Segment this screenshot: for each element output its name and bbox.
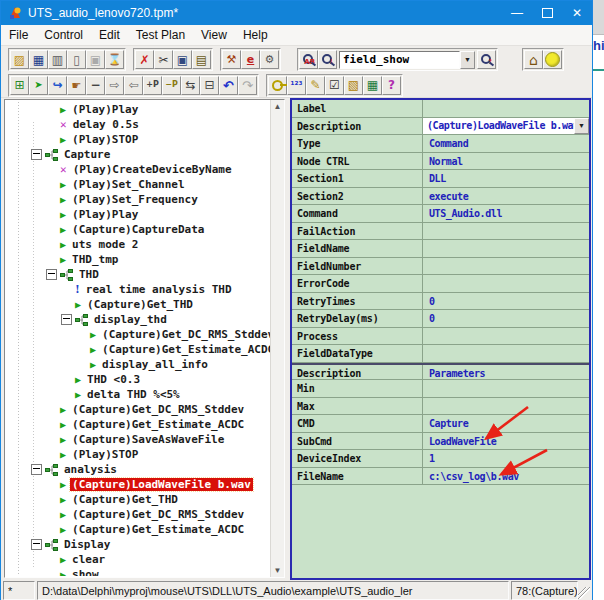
tree-item[interactable]: ▶(Capture)Get_Estimate_ACDC (6, 417, 270, 432)
swap-param-button[interactable] (181, 76, 200, 95)
add-param-button[interactable] (143, 76, 162, 95)
property-value[interactable]: UTS_Audio.dll (423, 205, 589, 222)
tree-item[interactable]: ▶(Play)Play (6, 102, 270, 117)
redo-button[interactable] (238, 76, 257, 95)
delete-button[interactable] (135, 50, 154, 69)
property-value[interactable] (423, 223, 589, 240)
menu-edit[interactable]: Edit (91, 26, 128, 44)
build-tools-button[interactable] (222, 50, 241, 69)
property-value[interactable]: Parameters (423, 365, 589, 380)
scroll-up-button[interactable]: ▲ (271, 100, 284, 113)
property-value[interactable]: 1 (423, 450, 589, 467)
new-report-button[interactable] (67, 50, 86, 69)
remove-node-button[interactable] (86, 76, 105, 95)
tree-item[interactable]: ▶(Capture)SaveAsWaveFile (6, 432, 270, 447)
property-value[interactable]: c:\csv_log\b.wav (423, 468, 589, 485)
tree-item[interactable]: ▶display_all_info (6, 357, 270, 372)
property-value[interactable]: Normal (423, 153, 589, 170)
edit-filter-button[interactable] (306, 76, 325, 95)
key-button[interactable] (268, 76, 287, 95)
property-value[interactable] (423, 328, 589, 345)
tree-item[interactable]: Capture (6, 147, 270, 162)
tree-item[interactable]: ▶(Capture)Get_DC_RMS_Stddev (6, 402, 270, 417)
report-button[interactable] (86, 50, 105, 69)
menu-control[interactable]: Control (36, 26, 91, 44)
property-value[interactable]: DLL (423, 170, 589, 187)
indent-button[interactable] (105, 76, 124, 95)
save-button[interactable] (29, 50, 48, 69)
cut-button[interactable] (154, 50, 173, 69)
combo-value[interactable]: (Capture)LoadWaveFile b.wav (423, 120, 574, 131)
collapse-toggle[interactable] (31, 464, 42, 475)
home-button[interactable] (524, 50, 543, 69)
undo-button[interactable] (219, 76, 238, 95)
close-button[interactable]: ✕ (562, 1, 592, 25)
tree-item[interactable]: ▶(Capture)Get_Estimate_ACDC (6, 342, 270, 357)
numbers-button[interactable] (287, 76, 306, 95)
paste-button[interactable] (192, 50, 211, 69)
property-value[interactable]: LoadWaveFile (423, 433, 589, 450)
menu-view[interactable]: View (193, 26, 235, 44)
open-file-button[interactable] (10, 50, 29, 69)
scroll-down-button[interactable]: ▼ (271, 564, 284, 577)
insert-node-button[interactable] (29, 76, 48, 95)
property-value[interactable] (423, 240, 589, 257)
find-next-button[interactable]: ↓ (318, 50, 337, 69)
tree-scrollbar[interactable]: ▲ ▼ (270, 100, 284, 577)
search-input[interactable]: field_show (339, 51, 460, 69)
tree-item[interactable]: ▶delta THD %<5% (6, 387, 270, 402)
tree-item[interactable]: ▶(Capture)Get_THD (6, 297, 270, 312)
insert-child-button[interactable] (48, 76, 67, 95)
tree-item[interactable]: ▶THD <0.3 (6, 372, 270, 387)
property-value[interactable] (423, 100, 589, 117)
find-prev-button[interactable]: ↑ (477, 50, 496, 69)
property-value[interactable] (423, 398, 589, 415)
tree-item[interactable]: THD (6, 267, 270, 282)
property-value[interactable]: 0 (423, 310, 589, 327)
collapse-toggle[interactable] (61, 314, 72, 325)
property-value[interactable]: execute (423, 188, 589, 205)
menu-test-plan[interactable]: Test Plan (128, 26, 193, 44)
tree-item[interactable]: ▶(Play)STOP (6, 132, 270, 147)
collapse-toggle[interactable] (46, 269, 57, 280)
tree-item[interactable]: ▶(Capture)LoadWaveFile b.wav (6, 477, 270, 492)
tree-item[interactable]: analysis (6, 462, 270, 477)
collapse-all-button[interactable] (200, 76, 219, 95)
property-value[interactable] (423, 275, 589, 292)
property-value-combobox[interactable]: (Capture)LoadWaveFile b.wav▼ (423, 118, 589, 135)
property-value[interactable]: Command (423, 135, 589, 152)
minimize-button[interactable]: — (502, 1, 532, 25)
run-check-button[interactable] (105, 50, 124, 69)
tree-item[interactable]: ▶(Capture)Get_DC_RMS_Stddev (6, 327, 270, 342)
folder-script-button[interactable] (344, 76, 363, 95)
menu-help[interactable]: Help (235, 26, 276, 44)
save-as-button[interactable] (48, 50, 67, 69)
tree-item[interactable]: ▶(Play)Play (6, 207, 270, 222)
editor-button[interactable] (241, 50, 260, 69)
collapse-toggle[interactable] (31, 539, 42, 550)
tree-item[interactable]: ▶clear (6, 552, 270, 567)
run-indicator-button[interactable] (543, 50, 562, 69)
maximize-button[interactable] (532, 1, 562, 25)
export-excel-button[interactable] (363, 76, 382, 95)
property-value[interactable] (423, 345, 589, 362)
tree-item[interactable]: ▶THD_tmp (6, 252, 270, 267)
tree-item[interactable]: ✕(Play)CreateDeviceByName (6, 162, 270, 177)
collapse-toggle[interactable] (31, 149, 42, 160)
property-value[interactable] (423, 258, 589, 275)
find-button[interactable]: AB (299, 50, 318, 69)
move-node-button[interactable] (67, 76, 86, 95)
property-value[interactable] (423, 380, 589, 397)
copy-button[interactable] (173, 50, 192, 69)
help-button[interactable] (382, 76, 401, 95)
combo-dropdown-button[interactable]: ▼ (574, 118, 589, 135)
tree-item[interactable]: ▶(Play)Set_Frequency (6, 192, 270, 207)
resize-grip[interactable] (578, 587, 590, 599)
remove-param-button[interactable] (162, 76, 181, 95)
tree-item[interactable]: ▶(Capture)Get_Estimate_ACDC (6, 522, 270, 537)
checklist-button[interactable] (325, 76, 344, 95)
options-button[interactable] (260, 50, 279, 69)
paste-tree-button[interactable] (10, 76, 29, 95)
tree-item[interactable]: display_thd (6, 312, 270, 327)
tree-item[interactable]: ▶(Capture)Get_DC_RMS_Stddev (6, 507, 270, 522)
